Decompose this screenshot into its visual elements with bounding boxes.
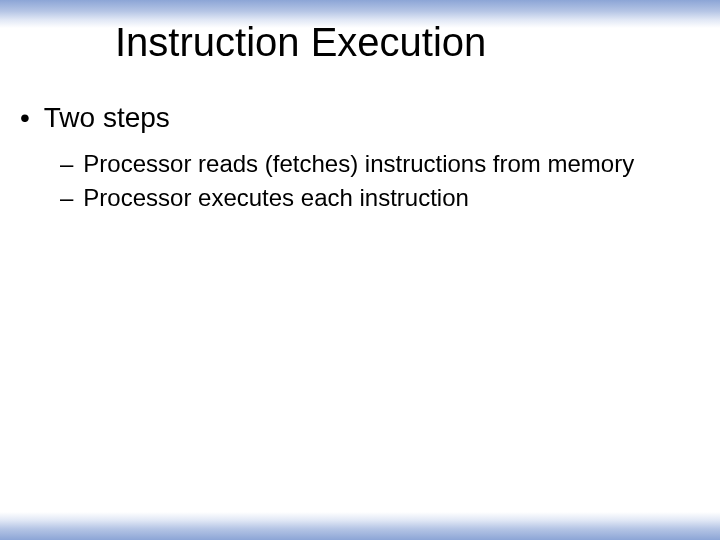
bullet-marker: – [60,183,73,213]
bullet-item-level-1: • Two steps [0,101,720,135]
bullet-marker: • [20,101,30,135]
bullet-item-level-2: – Processor reads (fetches) instructions… [0,149,720,179]
bullet-text: Processor reads (fetches) instructions f… [83,149,634,179]
bullet-item-level-2: – Processor executes each instruction [0,183,720,213]
bullet-text: Two steps [44,101,170,135]
bullet-text: Processor executes each instruction [83,183,469,213]
bottom-gradient-decoration [0,512,720,540]
slide-content: Instruction Execution • Two steps – Proc… [0,0,720,213]
slide-title: Instruction Execution [0,20,720,65]
bullet-marker: – [60,149,73,179]
